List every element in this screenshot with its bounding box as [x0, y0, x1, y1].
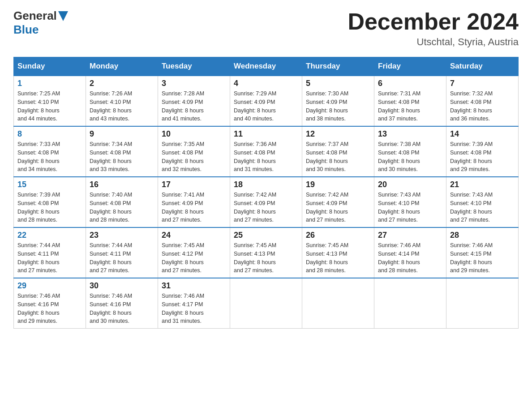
day-info: Sunrise: 7:46 AM Sunset: 4:15 PM Dayligh…: [450, 241, 515, 275]
day-number: 5: [306, 79, 370, 88]
calendar-week-row: 8 Sunrise: 7:33 AM Sunset: 4:08 PM Dayli…: [14, 126, 519, 177]
calendar-cell: 29 Sunrise: 7:46 AM Sunset: 4:16 PM Dayl…: [14, 278, 86, 329]
calendar-cell: 25 Sunrise: 7:45 AM Sunset: 4:13 PM Dayl…: [230, 227, 302, 278]
day-info: Sunrise: 7:42 AM Sunset: 4:09 PM Dayligh…: [306, 191, 370, 224]
day-number: 21: [450, 180, 515, 189]
svg-marker-0: [58, 11, 68, 21]
day-info: Sunrise: 7:29 AM Sunset: 4:09 PM Dayligh…: [234, 90, 298, 123]
day-number: 6: [378, 79, 442, 88]
calendar-cell: 14 Sunrise: 7:39 AM Sunset: 4:08 PM Dayl…: [446, 126, 519, 177]
calendar-table: Sunday Monday Tuesday Wednesday Thursday…: [13, 57, 519, 329]
day-number: 30: [90, 281, 154, 291]
calendar-week-row: 22 Sunrise: 7:44 AM Sunset: 4:11 PM Dayl…: [14, 227, 519, 278]
calendar-cell: [302, 278, 374, 329]
day-number: 28: [450, 231, 515, 240]
calendar-cell: 23 Sunrise: 7:44 AM Sunset: 4:11 PM Dayl…: [86, 227, 158, 278]
calendar-cell: [374, 278, 446, 329]
calendar-body: 1 Sunrise: 7:25 AM Sunset: 4:10 PM Dayli…: [14, 76, 519, 329]
day-info: Sunrise: 7:37 AM Sunset: 4:08 PM Dayligh…: [306, 140, 370, 174]
header-sunday: Sunday: [14, 57, 86, 76]
calendar-cell: 20 Sunrise: 7:43 AM Sunset: 4:10 PM Dayl…: [374, 177, 446, 227]
calendar-cell: [446, 278, 519, 329]
header-tuesday: Tuesday: [158, 57, 230, 76]
day-info: Sunrise: 7:46 AM Sunset: 4:16 PM Dayligh…: [17, 292, 82, 325]
day-info: Sunrise: 7:40 AM Sunset: 4:08 PM Dayligh…: [90, 191, 154, 224]
calendar-week-row: 29 Sunrise: 7:46 AM Sunset: 4:16 PM Dayl…: [14, 278, 519, 329]
month-title: December 2024: [348, 9, 519, 34]
day-number: 29: [17, 281, 82, 291]
day-info: Sunrise: 7:39 AM Sunset: 4:08 PM Dayligh…: [17, 191, 82, 224]
day-info: Sunrise: 7:44 AM Sunset: 4:11 PM Dayligh…: [90, 241, 154, 275]
day-info: Sunrise: 7:34 AM Sunset: 4:08 PM Dayligh…: [90, 140, 154, 174]
calendar-cell: 16 Sunrise: 7:40 AM Sunset: 4:08 PM Dayl…: [86, 177, 158, 227]
day-info: Sunrise: 7:46 AM Sunset: 4:14 PM Dayligh…: [378, 241, 442, 275]
calendar-cell: 27 Sunrise: 7:46 AM Sunset: 4:14 PM Dayl…: [374, 227, 446, 278]
calendar-cell: 31 Sunrise: 7:46 AM Sunset: 4:17 PM Dayl…: [158, 278, 230, 329]
day-info: Sunrise: 7:32 AM Sunset: 4:08 PM Dayligh…: [450, 90, 515, 123]
calendar-cell: 7 Sunrise: 7:32 AM Sunset: 4:08 PM Dayli…: [446, 76, 519, 126]
calendar-cell: 4 Sunrise: 7:29 AM Sunset: 4:09 PM Dayli…: [230, 76, 302, 126]
day-info: Sunrise: 7:45 AM Sunset: 4:13 PM Dayligh…: [234, 241, 298, 275]
calendar-cell: 15 Sunrise: 7:39 AM Sunset: 4:08 PM Dayl…: [14, 177, 86, 227]
logo-arrow-icon: [58, 11, 68, 21]
day-number: 3: [162, 79, 226, 88]
calendar-cell: 3 Sunrise: 7:28 AM Sunset: 4:09 PM Dayli…: [158, 76, 230, 126]
calendar-week-row: 15 Sunrise: 7:39 AM Sunset: 4:08 PM Dayl…: [14, 177, 519, 227]
day-info: Sunrise: 7:26 AM Sunset: 4:10 PM Dayligh…: [90, 90, 154, 123]
logo-blue-text: Blue: [13, 23, 39, 36]
day-number: 18: [234, 180, 298, 189]
day-info: Sunrise: 7:39 AM Sunset: 4:08 PM Dayligh…: [450, 140, 515, 174]
day-number: 14: [450, 129, 515, 139]
day-info: Sunrise: 7:35 AM Sunset: 4:08 PM Dayligh…: [162, 140, 226, 174]
calendar-cell: 17 Sunrise: 7:41 AM Sunset: 4:09 PM Dayl…: [158, 177, 230, 227]
day-info: Sunrise: 7:28 AM Sunset: 4:09 PM Dayligh…: [162, 90, 226, 123]
day-number: 13: [378, 129, 442, 139]
calendar-cell: 2 Sunrise: 7:26 AM Sunset: 4:10 PM Dayli…: [86, 76, 158, 126]
day-info: Sunrise: 7:25 AM Sunset: 4:10 PM Dayligh…: [17, 90, 82, 123]
calendar-cell: 18 Sunrise: 7:42 AM Sunset: 4:09 PM Dayl…: [230, 177, 302, 227]
day-info: Sunrise: 7:46 AM Sunset: 4:16 PM Dayligh…: [90, 292, 154, 325]
calendar-cell: 8 Sunrise: 7:33 AM Sunset: 4:08 PM Dayli…: [14, 126, 86, 177]
day-number: 17: [162, 180, 226, 189]
day-number: 11: [234, 129, 298, 139]
calendar-cell: 1 Sunrise: 7:25 AM Sunset: 4:10 PM Dayli…: [14, 76, 86, 126]
day-number: 4: [234, 79, 298, 88]
calendar-cell: 13 Sunrise: 7:38 AM Sunset: 4:08 PM Dayl…: [374, 126, 446, 177]
day-info: Sunrise: 7:43 AM Sunset: 4:10 PM Dayligh…: [378, 191, 442, 224]
day-info: Sunrise: 7:43 AM Sunset: 4:10 PM Dayligh…: [450, 191, 515, 224]
calendar-week-row: 1 Sunrise: 7:25 AM Sunset: 4:10 PM Dayli…: [14, 76, 519, 126]
day-number: 19: [306, 180, 370, 189]
day-number: 16: [90, 180, 154, 189]
logo-general-text: General: [13, 9, 57, 23]
day-info: Sunrise: 7:45 AM Sunset: 4:13 PM Dayligh…: [306, 241, 370, 275]
day-number: 23: [90, 231, 154, 240]
title-area: December 2024 Utschtal, Styria, Austria: [348, 9, 519, 48]
day-number: 25: [234, 231, 298, 240]
day-number: 2: [90, 79, 154, 88]
day-info: Sunrise: 7:42 AM Sunset: 4:09 PM Dayligh…: [234, 191, 298, 224]
day-info: Sunrise: 7:41 AM Sunset: 4:09 PM Dayligh…: [162, 191, 226, 224]
day-number: 24: [162, 231, 226, 240]
day-number: 26: [306, 231, 370, 240]
calendar-cell: 12 Sunrise: 7:37 AM Sunset: 4:08 PM Dayl…: [302, 126, 374, 177]
day-number: 1: [17, 79, 82, 88]
day-number: 27: [378, 231, 442, 240]
calendar-cell: 9 Sunrise: 7:34 AM Sunset: 4:08 PM Dayli…: [86, 126, 158, 177]
header-wednesday: Wednesday: [230, 57, 302, 76]
logo: General Blue: [13, 9, 68, 37]
day-number: 22: [17, 231, 82, 240]
calendar-cell: 19 Sunrise: 7:42 AM Sunset: 4:09 PM Dayl…: [302, 177, 374, 227]
day-number: 20: [378, 180, 442, 189]
day-info: Sunrise: 7:36 AM Sunset: 4:08 PM Dayligh…: [234, 140, 298, 174]
day-info: Sunrise: 7:31 AM Sunset: 4:08 PM Dayligh…: [378, 90, 442, 123]
day-info: Sunrise: 7:44 AM Sunset: 4:11 PM Dayligh…: [17, 241, 82, 275]
day-number: 7: [450, 79, 515, 88]
day-info: Sunrise: 7:33 AM Sunset: 4:08 PM Dayligh…: [17, 140, 82, 174]
day-info: Sunrise: 7:46 AM Sunset: 4:17 PM Dayligh…: [162, 292, 226, 325]
day-number: 15: [17, 180, 82, 189]
calendar-cell: 30 Sunrise: 7:46 AM Sunset: 4:16 PM Dayl…: [86, 278, 158, 329]
day-number: 9: [90, 129, 154, 139]
calendar-cell: 28 Sunrise: 7:46 AM Sunset: 4:15 PM Dayl…: [446, 227, 519, 278]
day-number: 10: [162, 129, 226, 139]
calendar-cell: 24 Sunrise: 7:45 AM Sunset: 4:12 PM Dayl…: [158, 227, 230, 278]
